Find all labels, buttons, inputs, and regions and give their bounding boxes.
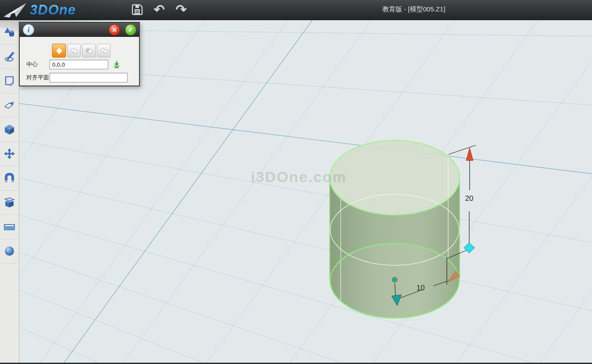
sidebar-item-magnet[interactable] <box>0 166 19 191</box>
paper-plane-icon <box>3 1 27 19</box>
magnet-snap-icon <box>4 172 15 184</box>
cube-extrude-icon <box>4 124 15 136</box>
check-icon: ✓ <box>128 26 134 34</box>
height-dimension-value[interactable]: 20 <box>458 194 481 203</box>
save-button[interactable] <box>130 2 145 18</box>
eraser-icon <box>4 99 15 111</box>
info-button[interactable]: i <box>23 24 34 36</box>
confirm-button[interactable]: ✓ <box>125 24 136 36</box>
move-icon <box>4 148 15 160</box>
center-field-row: 中心 <box>20 60 121 69</box>
center-input[interactable] <box>50 60 108 69</box>
align-plane-field-row: 对齐平面 <box>20 73 128 82</box>
sidebar-item-section[interactable] <box>0 215 19 239</box>
material-sphere-icon <box>4 245 15 257</box>
undo-button[interactable]: ↶ <box>152 2 167 18</box>
tool-sidebar <box>0 20 19 363</box>
title-bar: 3DOne ↶ ↷ 教育版 - [模型005.Z1] <box>0 0 592 20</box>
logo-text: 3DOne <box>30 2 79 18</box>
sidebar-empty-space <box>0 264 19 363</box>
cylinder-solid[interactable] <box>330 140 460 318</box>
base-solid-icon <box>55 46 64 55</box>
add-solid-icon <box>70 46 78 55</box>
dialog-header[interactable]: i ✕ ✓ <box>20 23 139 37</box>
radius-dimension-value[interactable]: 10 <box>411 284 430 293</box>
sidebar-item-eraser[interactable] <box>0 93 19 118</box>
undo-icon: ↶ <box>153 3 164 16</box>
sidebar-item-move[interactable] <box>0 142 19 167</box>
center-field-label: 中心 <box>20 61 50 68</box>
subtract-solid-icon <box>85 46 93 55</box>
sketch-plane-icon <box>4 75 15 87</box>
window-title: 教育版 - [模型005.Z1] <box>382 5 445 14</box>
center-point-marker[interactable] <box>391 276 399 284</box>
watermark: i3DOne.com <box>251 168 346 186</box>
point-picker-button[interactable] <box>112 60 121 69</box>
height-drag-handle[interactable] <box>464 243 474 253</box>
application-window: 3DOne ↶ ↷ 教育版 - [模型005.Z1] <box>0 0 592 364</box>
sidebar-item-sketch-plane[interactable] <box>0 69 19 93</box>
redo-icon: ↷ <box>175 3 186 16</box>
sidebar-item-material[interactable] <box>0 239 19 264</box>
sketch-pencil-icon <box>4 50 15 62</box>
align-plane-label: 对齐平面 <box>20 74 50 82</box>
cancel-button[interactable]: ✕ <box>109 24 120 36</box>
mode-subtract-solid-button[interactable] <box>82 44 96 57</box>
save-icon <box>131 4 143 16</box>
boolean-mode-row <box>20 37 139 57</box>
mode-intersect-solid-button[interactable] <box>97 44 111 57</box>
mode-add-solid-button[interactable] <box>67 44 81 57</box>
intersect-solid-icon <box>100 46 108 55</box>
sidebar-item-sketch[interactable] <box>0 45 19 69</box>
height-arrow-cone[interactable] <box>466 148 473 161</box>
sidebar-item-cube[interactable] <box>0 118 19 142</box>
primitive-command-dialog: i ✕ ✓ <box>19 22 140 86</box>
align-plane-input[interactable] <box>50 73 128 82</box>
redo-button[interactable]: ↷ <box>174 2 189 18</box>
info-icon: i <box>28 25 30 34</box>
combine-solids-icon <box>4 196 15 208</box>
point-picker-icon <box>112 60 121 69</box>
mode-base-solid-button[interactable] <box>52 44 66 57</box>
sidebar-item-combine[interactable] <box>0 191 19 215</box>
app-logo: 3DOne <box>3 1 79 19</box>
section-plane-icon <box>4 221 15 233</box>
close-icon: ✕ <box>112 26 117 33</box>
